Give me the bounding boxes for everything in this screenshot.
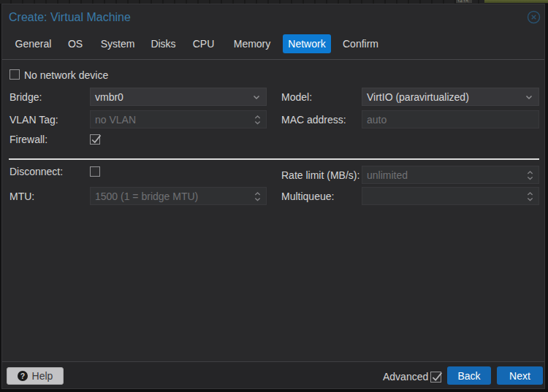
svg-text:?: ?: [20, 372, 24, 380]
